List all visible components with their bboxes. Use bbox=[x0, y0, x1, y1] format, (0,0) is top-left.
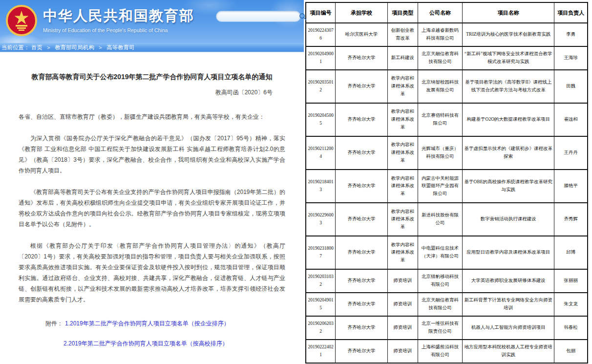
table-cell: 齐齐哈尔大学 bbox=[336, 46, 388, 70]
table-cell: 新道科技股份有限公司 bbox=[418, 203, 463, 236]
table-row: 201902318007齐齐哈尔大学教学内容和课程体系改革中电盟科信息技术（天津… bbox=[306, 236, 588, 269]
table-row: 201902296003齐齐哈尔大学教学内容和课程体系改革新道科技股份有限公司数… bbox=[306, 203, 588, 236]
table-row: 201902045005齐齐哈尔大学教学内容和课程体系改革北京赛佰特科技有限公司… bbox=[306, 103, 588, 136]
table-cell: 师资培训 bbox=[387, 269, 418, 293]
table-header-row: 项目编号承担学校项目类型公司名称项目名称项目负责人 bbox=[306, 2, 588, 23]
table-row: 201902184013齐齐哈尔大学教学内容和课程体系改革内蒙古中关村能源联盟循… bbox=[306, 170, 588, 203]
table-cell: 基于OBE的高校操作系统课程教学改革研究与实践 bbox=[463, 170, 554, 203]
breadcrumb-item-3[interactable]: 高等教育司 bbox=[106, 44, 135, 50]
table-cell: 邱博 bbox=[554, 236, 588, 269]
search-icon[interactable] bbox=[299, 13, 307, 21]
table-cell: 创新创业教育改革 bbox=[387, 23, 418, 46]
table-cell: 齐齐哈尔大学 bbox=[336, 236, 388, 269]
table-cell: 201902031032 bbox=[306, 269, 336, 293]
national-emblem-logo bbox=[6, 4, 37, 37]
table-cell: 北京一维弦科技有限责任公司 bbox=[418, 316, 463, 340]
table-cell: 上海和盛前沿科技有限公司 bbox=[418, 340, 463, 363]
table-cell: 201902296003 bbox=[306, 203, 336, 236]
table-cell: 田魏 bbox=[554, 70, 588, 103]
attachment-link-1[interactable]: 1.2019年第二批产学合作协同育人项目立项名单（按企业排序） bbox=[65, 320, 230, 327]
table-cell: 师资培训 bbox=[387, 293, 418, 316]
project-table-page: 项目编号承担学校项目类型公司名称项目名称项目负责人 201902243076哈尔… bbox=[304, 0, 592, 364]
table-cell: 教学内容和课程体系改革 bbox=[387, 170, 418, 203]
column-header: 项目负责人 bbox=[554, 2, 588, 23]
table-row: 201902049015齐齐哈尔大学师资培训北京天融信教育科技有限公司新工科背景… bbox=[306, 293, 588, 316]
table-cell: 朱文龙 bbox=[554, 293, 588, 316]
table-cell: 201902049015 bbox=[306, 293, 336, 316]
table-cell: 数字营销活动执行课程建设 bbox=[463, 203, 554, 236]
table-cell: 齐齐哈尔大学 bbox=[336, 103, 388, 136]
table-cell: 滕艳平 bbox=[554, 170, 588, 203]
table-cell: 北京赛佰特科技有限公司 bbox=[418, 103, 463, 136]
document-paragraph: 《教育部高等教育司关于公布有关企业支持的产学合作协同育人项目申报指南（2019年… bbox=[19, 187, 285, 230]
table-cell: 201902049001 bbox=[306, 46, 336, 70]
breadcrumb-item-1[interactable]: 首页 bbox=[31, 44, 42, 50]
table-cell: 内蒙古中关村能源联盟循环产业园有限公司 bbox=[418, 170, 463, 203]
table-cell: 齐齐哈尔大学 bbox=[336, 316, 388, 340]
notice-document: 教育部高等教育司关于公布2019年第二批产学合作协同育人项目立项名单的通知 教高… bbox=[0, 73, 304, 364]
table-row: 201902224021齐齐哈尔大学师资培训上海和盛前沿科技有限公司地方应用型本… bbox=[306, 340, 588, 363]
table-cell: 韩春松 bbox=[554, 316, 588, 340]
table-cell: “新工科”视域下网络安全技术课程混合教学模式改革研究与实践 bbox=[463, 46, 554, 70]
table-cell: 教学内容和课程体系改革 bbox=[387, 70, 418, 103]
column-header: 项目类型 bbox=[387, 2, 418, 23]
project-table: 项目编号承担学校项目类型公司名称项目名称项目负责人 201902243076哈尔… bbox=[305, 2, 588, 364]
table-cell: 齐秀辉 bbox=[554, 203, 588, 236]
table-row: 201902243076哈尔滨医科大学创新创业教育改革上海卓越睿新数码科技有限公… bbox=[306, 23, 588, 46]
table-row: 201902035012齐齐哈尔大学教学内容和课程体系改革北京纳智校园科技发展有… bbox=[306, 70, 588, 103]
document-title: 教育部高等教育司关于公布2019年第二批产学合作协同育人项目立项名单的通知 bbox=[19, 73, 285, 82]
site-title-block: 中华人民共和国教育部 Ministry of Education of the … bbox=[43, 6, 194, 33]
table-cell: 201902243076 bbox=[306, 23, 336, 46]
moe-website-page: 中华人民共和国教育部 Ministry of Education of the … bbox=[0, 0, 304, 364]
table-cell: 基于项目教学法的《高等数学II》课程线上线下混合式教学方法与考核方式改革 bbox=[463, 70, 554, 103]
search-box[interactable] bbox=[216, 11, 301, 22]
table-cell: 齐齐哈尔大学 bbox=[336, 170, 388, 203]
table-cell: 光辉城市（重庆）科技有限公司 bbox=[418, 136, 463, 170]
column-header: 项目编号 bbox=[306, 2, 336, 23]
table-cell: 李勇 bbox=[554, 23, 588, 46]
table-cell: 北京纳智校园科技发展有限公司 bbox=[418, 70, 463, 103]
site-header: 中华人民共和国教育部 Ministry of Education of the … bbox=[0, 0, 304, 43]
table-cell: 新工科建设 bbox=[387, 46, 418, 70]
table-cell: 新工科背景下计算机专业网络安全方向师资培训 bbox=[463, 293, 554, 316]
table-cell: 师资培训 bbox=[387, 316, 418, 340]
document-number: 教高司函〔2020〕6号 bbox=[19, 88, 285, 97]
column-header: 项目名称 bbox=[463, 2, 554, 23]
attachments-section: 附件：1.2019年第二批产学合作协同育人项目立项名单（按企业排序） 2.201… bbox=[19, 319, 285, 348]
table-cell: 201902184013 bbox=[306, 170, 336, 203]
table-cell: 应用型日语教学内容及课程体系改革项目 bbox=[463, 236, 554, 269]
table-cell: 齐齐哈尔大学 bbox=[336, 340, 388, 363]
table-cell: 地方应用型本科院校机器人工程专业师资培训实践 bbox=[463, 340, 554, 363]
table-cell: 崔连和 bbox=[554, 103, 588, 136]
table-cell: 基于虚拟显示技术的《建筑初步》课程改革探索 bbox=[463, 136, 554, 170]
table-cell: 王海珍 bbox=[554, 46, 588, 70]
breadcrumb: 当前位置： 首页＞教育部司局机构＞高等教育司 bbox=[0, 43, 304, 52]
table-cell: 201902224021 bbox=[306, 340, 336, 363]
table-cell: 201902318007 bbox=[306, 236, 336, 269]
search-input[interactable] bbox=[216, 13, 299, 20]
table-cell: 齐齐哈尔大学 bbox=[336, 203, 388, 236]
table-cell: 机器人与人工智能方向师资培训项目 bbox=[463, 316, 554, 340]
attachments-label: 附件： bbox=[45, 320, 63, 327]
table-row: 201902049001齐齐哈尔大学新工科建设北京天融信教育科技有限公司“新工科… bbox=[306, 46, 588, 70]
table-cell: TRIZ培训为核心的医学技术创新教育实践 bbox=[463, 23, 554, 46]
table-cell: 齐齐哈尔大学 bbox=[336, 70, 388, 103]
table-cell: 齐齐哈尔大学 bbox=[336, 269, 388, 293]
table-cell: 教学内容和课程体系改革 bbox=[387, 136, 418, 170]
document-paragraph: 根据《教育部办公厅关于印发〈教育部产学合作协同育人项目管理办法〉的通知》（教高厅… bbox=[19, 240, 285, 305]
table-row: 201902112004齐齐哈尔大学教学内容和课程体系改革光辉城市（重庆）科技有… bbox=[306, 136, 588, 170]
attachment-link-2[interactable]: 2.2019年第二批产学合作协同育人项目立项名单（按高校排序） bbox=[63, 340, 228, 347]
table-cell: 北京天融信教育科技有限公司 bbox=[418, 293, 463, 316]
breadcrumb-separator: ＞ bbox=[98, 44, 104, 50]
breadcrumb-item-2[interactable]: 教育部司局机构 bbox=[55, 44, 94, 50]
table-cell: 张丽丽 bbox=[554, 269, 588, 293]
column-header: 承担学校 bbox=[336, 2, 388, 23]
table-cell: 中电盟科信息技术（天津）有限公司 bbox=[418, 236, 463, 269]
table-cell: 201902035012 bbox=[306, 70, 336, 103]
table-cell: 上海卓越睿新数码科技有限公司 bbox=[418, 23, 463, 46]
table-cell: 包丽 bbox=[554, 340, 588, 363]
table-row: 201902031032齐齐哈尔大学师资培训北京猎豹移动科技有限公司大学英语教师… bbox=[306, 269, 588, 293]
app-root: 中华人民共和国教育部 Ministry of Education of the … bbox=[0, 0, 592, 364]
table-cell: 王丹丹 bbox=[554, 136, 588, 170]
table-cell: 齐齐哈尔大学 bbox=[336, 293, 388, 316]
